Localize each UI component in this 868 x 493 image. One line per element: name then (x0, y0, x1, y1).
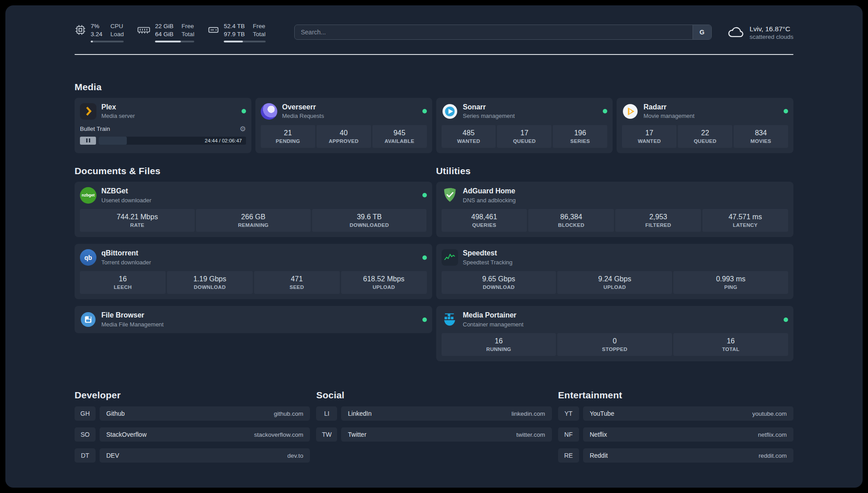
bookmark-dev[interactable]: DT DEV dev.to (75, 448, 310, 463)
gear-icon[interactable]: ⚙ (239, 125, 246, 133)
weather-condition: scattered clouds (750, 33, 793, 40)
topbar-divider (75, 54, 793, 55)
stat-wanted: 485WANTED (442, 125, 496, 148)
cpu-usage-label: CPU (110, 22, 124, 30)
stat-download: 9.65 GbpsDOWNLOAD (442, 271, 556, 294)
stat-remaining: 266 GBREMAINING (196, 209, 311, 232)
stat-upload: 9.24 GbpsUPLOAD (557, 271, 672, 294)
bookmark-twitter[interactable]: TW Twitter twitter.com (316, 427, 551, 442)
bookmark-abbr: LI (316, 406, 337, 421)
service-card-nzbget[interactable]: nzbget NZBGet Usenet downloader 744.21 M… (75, 182, 432, 237)
service-card-filebrowser[interactable]: File Browser Media File Management (75, 306, 432, 333)
dashboard-window: 7% 3.24 CPU Load (5, 5, 863, 488)
bookmark-group-entertainment: Entertainment YT YouTube youtube.com NF … (558, 390, 793, 463)
bookmark-abbr: YT (558, 406, 579, 421)
bookmark-abbr: GH (75, 406, 96, 421)
playback-progress-bar[interactable]: 24:44 / 02:06:47 (99, 137, 246, 145)
service-card-speedtest[interactable]: Speedtest Speedtest Tracking 9.65 GbpsDO… (436, 244, 794, 299)
stat-ping: 0.993 msPING (673, 271, 788, 294)
bookmark-github[interactable]: GH Github github.com (75, 406, 310, 421)
bookmark-linkedin[interactable]: LI LinkedIn linkedin.com (316, 406, 551, 421)
filebrowser-icon (80, 311, 96, 328)
service-name: NZBGet (101, 187, 151, 195)
bookmark-reddit[interactable]: RE Reddit reddit.com (558, 448, 793, 463)
stat-download: 1.19 GbpsDOWNLOAD (167, 271, 253, 294)
memory-free-label: Free (182, 22, 195, 30)
section-title-media: Media (75, 82, 793, 92)
section-title-utilities: Utilities (436, 166, 794, 176)
status-dot (422, 255, 427, 260)
status-dot (603, 109, 607, 113)
disk-free-label: Free (253, 22, 266, 30)
stat-downloaded: 39.6 TBDOWNLOADED (312, 209, 427, 232)
speedtest-icon (442, 249, 458, 266)
cpu-widget: 7% 3.24 CPU Load (75, 22, 124, 42)
bookmark-name: YouTube (590, 410, 614, 417)
stat-wanted: 17WANTED (622, 125, 676, 148)
service-card-plex[interactable]: Plex Media server Bullet Train ⚙ 24:44 /… (75, 98, 251, 153)
utilities-column: Utilities (436, 166, 794, 362)
bookmark-youtube[interactable]: YT YouTube youtube.com (558, 406, 793, 421)
service-name: Sonarr (463, 103, 515, 111)
status-dot (422, 193, 427, 197)
service-desc: Media File Management (101, 321, 163, 328)
stat-pending: 21PENDING (261, 125, 315, 148)
weather-location-temp: Lviv, 16.87°C (750, 25, 793, 33)
search-input[interactable] (295, 25, 693, 39)
service-card-portainer[interactable]: Media Portainer Container management 16R… (436, 306, 794, 361)
service-card-adguard[interactable]: AdGuard Home DNS and adblocking 498,461Q… (436, 182, 794, 237)
bookmark-group-developer: Developer GH Github github.com SO StackO… (75, 390, 310, 463)
playback-time: 24:44 / 02:06:47 (205, 138, 246, 143)
overseerr-icon (261, 103, 277, 120)
bookmark-name: DEV (106, 452, 119, 459)
service-card-radarr[interactable]: Radarr Movie management 17WANTED 22QUEUE… (617, 98, 793, 153)
service-desc: Speedtest Tracking (463, 259, 513, 266)
bookmark-url: stackoverflow.com (254, 431, 303, 438)
service-desc: Torrent downloader (101, 259, 151, 266)
service-card-qbittorrent[interactable]: qb qBittorrent Torrent downloader 16LEEC… (75, 244, 432, 299)
cpu-usage-value: 7% (91, 22, 102, 30)
bookmark-name: Twitter (348, 431, 366, 438)
top-bar: 7% 3.24 CPU Load (75, 5, 793, 42)
service-name: AdGuard Home (463, 187, 516, 195)
status-dot (784, 318, 788, 322)
memory-progress-bar (155, 41, 194, 42)
bookmark-abbr: TW (316, 427, 337, 442)
service-card-overseerr[interactable]: Overseerr Media Requests 21PENDING 40APP… (255, 98, 432, 153)
pause-button[interactable] (80, 137, 96, 145)
service-name: Speedtest (463, 249, 513, 257)
service-desc: Media Requests (282, 113, 324, 119)
disk-icon (208, 24, 219, 36)
disk-free-value: 52.4 TB (224, 22, 245, 30)
stat-movies: 834MOVIES (734, 125, 788, 148)
stat-running: 16RUNNING (442, 333, 556, 356)
plex-icon (80, 103, 96, 120)
cloud-icon (727, 25, 745, 39)
media-grid: Plex Media server Bullet Train ⚙ 24:44 /… (75, 98, 793, 153)
service-card-sonarr[interactable]: Sonarr Series management 485WANTED 17QUE… (436, 98, 613, 153)
bookmark-url: github.com (274, 410, 303, 417)
cpu-load-label: Load (110, 30, 124, 38)
section-title-documents: Documents & Files (75, 166, 432, 176)
bookmark-url: netflix.com (758, 431, 787, 438)
memory-free-value: 22 GiB (155, 22, 173, 30)
bookmark-abbr: NF (558, 427, 579, 442)
bookmarks-grid: Developer GH Github github.com SO StackO… (75, 390, 793, 463)
section-title-entertainment: Entertainment (558, 390, 793, 401)
memory-total-value: 64 GiB (155, 30, 173, 38)
service-name: Overseerr (282, 103, 324, 111)
bookmark-group-social: Social LI LinkedIn linkedin.com TW Twitt… (316, 390, 551, 442)
search-provider-button[interactable]: G (693, 25, 711, 39)
section-title-social: Social (316, 390, 551, 401)
cpu-load-value: 3.24 (91, 30, 102, 38)
service-name: Media Portainer (463, 311, 524, 319)
weather-widget: Lviv, 16.87°C scattered clouds (727, 25, 793, 40)
service-desc: DNS and adblocking (463, 197, 516, 204)
memory-widget: 22 GiB 64 GiB Free Total (137, 22, 194, 42)
adguard-icon (442, 187, 458, 204)
disk-widget: 52.4 TB 97.9 TB Free Total (208, 22, 266, 42)
bookmark-stackoverflow[interactable]: SO StackOverflow stackoverflow.com (75, 427, 310, 442)
qbittorrent-icon: qb (80, 249, 96, 266)
bookmark-netflix[interactable]: NF Netflix netflix.com (558, 427, 793, 442)
stat-rate: 744.21 MbpsRATE (80, 209, 195, 232)
